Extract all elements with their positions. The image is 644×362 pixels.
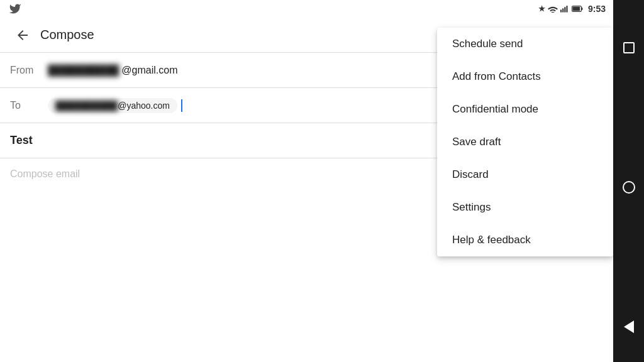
wifi-icon <box>548 5 558 13</box>
signal-icon <box>560 5 569 13</box>
recent-apps-button[interactable] <box>619 38 639 58</box>
svg-rect-2 <box>564 7 565 12</box>
subject-text: Test <box>10 134 33 147</box>
android-back-icon <box>624 321 634 333</box>
status-bar-left <box>8 1 538 16</box>
menu-item-confidential-mode[interactable]: Confidential mode <box>437 93 613 126</box>
bluetooth-icon: ★ <box>538 4 545 13</box>
to-email-blurred: ██████████ <box>55 101 118 111</box>
to-label: To <box>10 100 48 111</box>
back-button[interactable] <box>10 23 35 48</box>
time-display: 9:53 <box>588 4 606 14</box>
home-icon <box>623 181 635 194</box>
svg-rect-3 <box>566 6 567 13</box>
menu-item-settings[interactable]: Settings <box>437 191 613 224</box>
dropdown-menu: Schedule send Add from Contacts Confiden… <box>437 28 613 256</box>
menu-item-discard[interactable]: Discard <box>437 158 613 191</box>
svg-rect-6 <box>573 7 580 11</box>
status-bar: ★ <box>0 0 613 18</box>
nav-bar <box>613 0 644 362</box>
svg-rect-0 <box>560 9 562 12</box>
from-email-blurred: ██████████ <box>48 65 119 76</box>
recent-apps-icon <box>623 42 635 53</box>
menu-item-help-feedback[interactable]: Help & feedback <box>437 224 613 256</box>
home-button[interactable] <box>619 177 639 197</box>
to-chip: ██████████@yahoo.com <box>48 98 177 113</box>
svg-rect-1 <box>562 8 564 12</box>
to-email-domain: @yahoo.com <box>118 101 170 111</box>
twitter-icon <box>8 1 23 16</box>
battery-icon <box>572 5 583 13</box>
body-placeholder: Compose email <box>10 168 80 179</box>
from-value: ██████████@gmail.com <box>48 65 178 76</box>
menu-item-save-draft[interactable]: Save draft <box>437 126 613 158</box>
to-value: ██████████@yahoo.com <box>48 98 182 113</box>
from-label: From <box>10 65 48 76</box>
from-email-domain: @gmail.com <box>121 65 177 76</box>
menu-item-add-from-contacts[interactable]: Add from Contacts <box>437 60 613 93</box>
text-cursor <box>181 99 182 112</box>
status-icons: ★ <box>538 4 606 14</box>
svg-rect-5 <box>581 8 582 10</box>
toolbar-title: Compose <box>40 28 94 42</box>
android-back-button[interactable] <box>619 317 639 337</box>
phone-area: ★ <box>0 0 613 362</box>
menu-item-schedule-send[interactable]: Schedule send <box>437 28 613 60</box>
